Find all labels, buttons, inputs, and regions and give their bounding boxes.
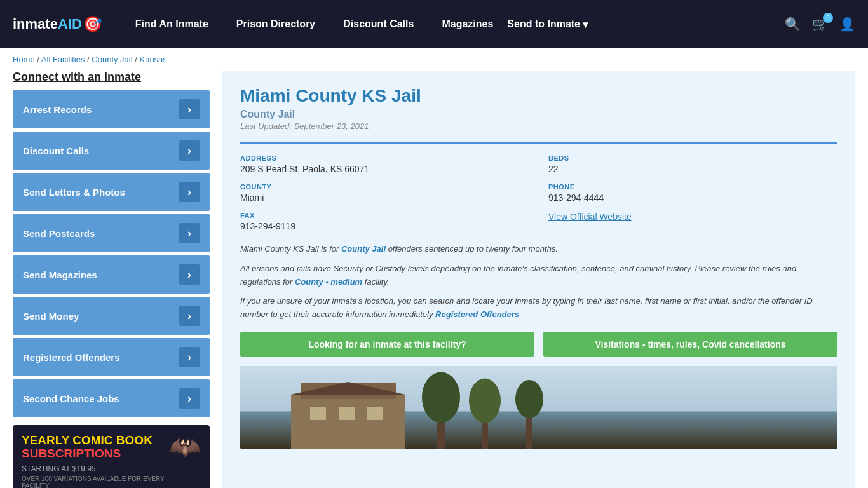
facility-photo bbox=[240, 366, 837, 449]
fax-value: 913-294-9119 bbox=[240, 221, 529, 231]
chevron-right-icon: › bbox=[179, 223, 200, 243]
nav-icons: 🔍 🛒 0 👤 bbox=[785, 17, 855, 32]
chevron-right-icon: › bbox=[179, 99, 200, 119]
chevron-down-icon: ▾ bbox=[583, 18, 588, 30]
info-grid: ADDRESS 209 S Pearl St. Paola, KS 66071 … bbox=[240, 142, 837, 231]
main-content: Connect with an Inmate Arrest Records › … bbox=[0, 71, 868, 488]
svg-rect-7 bbox=[367, 407, 383, 420]
sidebar-ad[interactable]: YEARLY COMIC BOOK SUBSCRIPTIONS STARTING… bbox=[13, 425, 210, 488]
chevron-right-icon: › bbox=[179, 388, 200, 409]
view-official-website-link[interactable]: View Official Website bbox=[548, 212, 632, 222]
sidebar-item-discount-calls[interactable]: Discount Calls › bbox=[13, 132, 210, 170]
sidebar-item-second-chance-jobs[interactable]: Second Chance Jobs › bbox=[13, 379, 210, 417]
county-block: COUNTY Miami bbox=[240, 183, 529, 203]
ad-title: YEARLY COMIC BOOK SUBSCRIPTIONS bbox=[22, 434, 169, 461]
logo-text: inmate bbox=[13, 16, 58, 32]
chevron-right-icon: › bbox=[179, 182, 200, 202]
breadcrumb-county-jail[interactable]: County Jail bbox=[92, 55, 132, 64]
visitations-button[interactable]: Visitations - times, rules, Covid cancel… bbox=[543, 332, 837, 357]
nav-prison-directory[interactable]: Prison Directory bbox=[222, 0, 329, 48]
phone-value: 913-294-4444 bbox=[548, 193, 837, 203]
nav-find-inmate[interactable]: Find An Inmate bbox=[121, 0, 222, 48]
breadcrumb-all-facilities[interactable]: All Facilities bbox=[41, 55, 85, 64]
logo-aid: AID bbox=[58, 16, 82, 32]
nav-discount-calls[interactable]: Discount Calls bbox=[329, 0, 428, 48]
chevron-right-icon: › bbox=[179, 140, 200, 161]
facility-type: County Jail bbox=[240, 109, 837, 120]
find-inmate-facility-button[interactable]: Looking for an inmate at this facility? bbox=[240, 332, 534, 357]
description-1: Miami County KS Jail is for County Jail … bbox=[240, 243, 837, 256]
county-medium-link[interactable]: County - medium bbox=[295, 277, 362, 287]
navigation: inmate AID 🎯 Find An Inmate Prison Direc… bbox=[0, 0, 868, 48]
fax-block: FAX 913-294-9119 bbox=[240, 212, 529, 231]
detail-panel: Miami County KS Jail County Jail Last Up… bbox=[222, 71, 855, 488]
ad-desc: OVER 100 VARIATIONS AVAILABLE FOR EVERY … bbox=[22, 475, 169, 488]
address-value: 209 S Pearl St. Paola, KS 66071 bbox=[240, 164, 529, 174]
cart-badge: 0 bbox=[823, 13, 833, 23]
county-jail-link-1[interactable]: County Jail bbox=[341, 244, 386, 254]
facility-title: Miami County KS Jail bbox=[240, 86, 837, 106]
cart-button[interactable]: 🛒 0 bbox=[812, 17, 828, 32]
sidebar-item-send-money[interactable]: Send Money › bbox=[13, 297, 210, 335]
sidebar-item-send-letters[interactable]: Send Letters & Photos › bbox=[13, 173, 210, 211]
breadcrumb-kansas[interactable]: Kansas bbox=[139, 55, 166, 64]
chevron-right-icon: › bbox=[179, 347, 200, 367]
chevron-right-icon: › bbox=[179, 264, 200, 285]
svg-rect-5 bbox=[310, 407, 326, 420]
beds-value: 22 bbox=[548, 164, 837, 174]
svg-point-11 bbox=[469, 379, 501, 423]
user-button[interactable]: 👤 bbox=[839, 17, 855, 32]
address-block: ADDRESS 209 S Pearl St. Paola, KS 66071 bbox=[240, 154, 529, 174]
phone-block: PHONE 913-294-4444 bbox=[548, 183, 837, 203]
county-value: Miami bbox=[240, 193, 529, 203]
sidebar-item-send-magazines[interactable]: Send Magazines › bbox=[13, 255, 210, 294]
search-button[interactable]: 🔍 bbox=[785, 17, 801, 32]
logo[interactable]: inmate AID 🎯 bbox=[13, 15, 102, 33]
nav-magazines[interactable]: Magazines bbox=[428, 0, 507, 48]
nav-send-to-inmate[interactable]: Send to Inmate ▾ bbox=[507, 0, 588, 48]
description-3: If you are unsure of your inmate's locat… bbox=[240, 295, 837, 322]
chevron-right-icon: › bbox=[179, 306, 200, 326]
svg-point-13 bbox=[515, 380, 543, 418]
last-updated: Last Updated: September 23, 2021 bbox=[240, 121, 837, 131]
logo-icon: 🎯 bbox=[83, 15, 102, 33]
description-2: All prisons and jails have Security or C… bbox=[240, 262, 837, 289]
svg-rect-2 bbox=[291, 395, 405, 449]
registered-offenders-link[interactable]: Registered Offenders bbox=[435, 309, 519, 319]
sidebar-item-send-postcards[interactable]: Send Postcards › bbox=[13, 214, 210, 252]
ad-heroes-icon: 🦇 bbox=[169, 434, 201, 459]
sidebar-item-registered-offenders[interactable]: Registered Offenders › bbox=[13, 338, 210, 376]
beds-block: BEDS 22 bbox=[548, 154, 837, 174]
action-buttons: Looking for an inmate at this facility? … bbox=[240, 332, 837, 357]
svg-point-9 bbox=[422, 372, 460, 423]
svg-rect-6 bbox=[339, 407, 355, 420]
nav-links: Find An Inmate Prison Directory Discount… bbox=[121, 0, 785, 48]
sidebar: Connect with an Inmate Arrest Records › … bbox=[13, 71, 210, 488]
website-block: View Official Website bbox=[548, 212, 837, 231]
connect-title: Connect with an Inmate bbox=[13, 71, 210, 84]
facility-photo-svg bbox=[240, 366, 837, 449]
sidebar-item-arrest-records[interactable]: Arrest Records › bbox=[13, 90, 210, 128]
breadcrumb: Home / All Facilities / County Jail / Ka… bbox=[0, 48, 868, 71]
breadcrumb-home[interactable]: Home bbox=[13, 55, 35, 64]
ad-starting: STARTING AT $19.95 bbox=[22, 464, 169, 473]
